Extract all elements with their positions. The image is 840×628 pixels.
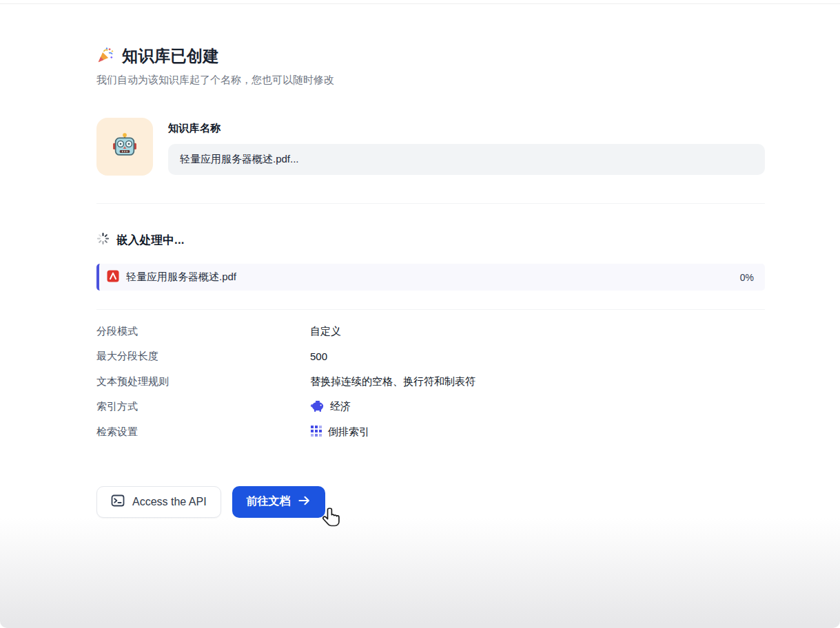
setting-row-retrieval-setting: 检索设置 (96, 419, 765, 445)
access-api-button[interactable]: Access the API (96, 486, 221, 518)
section-divider (96, 203, 765, 204)
party-popper-icon (96, 46, 114, 67)
arrow-right-icon (298, 494, 311, 510)
setting-value: 经济 (310, 399, 351, 415)
setting-row-index-method: 索引方式 经济 (96, 395, 765, 420)
kb-name-input[interactable] (168, 144, 765, 175)
pdf-file-icon (107, 270, 119, 285)
setting-row-segment-mode: 分段模式 自定义 (96, 319, 765, 344)
setting-row-max-length: 最大分段长度 500 (96, 344, 765, 370)
settings-summary: 分段模式 自定义 最大分段长度 500 文本预处理规则 替换掉连续的空格、换行符… (96, 319, 765, 445)
setting-value-text: 经济 (330, 400, 351, 413)
setting-label: 最大分段长度 (96, 350, 310, 363)
go-to-docs-button[interactable]: 前往文档 (232, 486, 325, 518)
grid-index-icon (310, 425, 322, 439)
setting-label: 索引方式 (96, 400, 310, 413)
kb-avatar[interactable] (96, 118, 153, 176)
setting-value-text: 倒排索引 (328, 426, 369, 439)
section-divider (96, 309, 765, 310)
terminal-icon (111, 494, 125, 510)
setting-value: 自定义 (310, 325, 341, 338)
page-subtitle: 我们自动为该知识库起了个名称，您也可以随时修改 (96, 74, 765, 87)
name-column: 知识库名称 (168, 118, 765, 176)
top-divider (0, 3, 840, 4)
kb-created-panel: 知识库已创建 我们自动为该知识库起了个名称，您也可以随时修改 (96, 45, 765, 518)
file-progress-percent: 0% (740, 272, 754, 283)
embedding-status-text: 嵌入处理中... (116, 233, 185, 248)
setting-value: 500 (310, 350, 327, 362)
setting-label: 分段模式 (96, 325, 310, 338)
setting-label: 文本预处理规则 (96, 375, 310, 388)
robot-avatar-icon (111, 132, 139, 162)
name-section: 知识库名称 (96, 118, 765, 176)
setting-value: 替换掉连续的空格、换行符和制表符 (310, 375, 475, 388)
embedding-file-row[interactable]: 轻量应用服务器概述.pdf 0% (96, 264, 765, 291)
setting-value: 倒排索引 (310, 425, 369, 439)
setting-label: 检索设置 (96, 426, 310, 439)
spinner-icon (96, 232, 110, 248)
embedding-status-heading: 嵌入处理中... (96, 232, 765, 248)
go-to-docs-label: 前往文档 (247, 494, 291, 509)
kb-name-label: 知识库名称 (168, 122, 765, 135)
piggy-bank-icon (310, 399, 325, 415)
page-title-row: 知识库已创建 (96, 45, 765, 67)
setting-row-preprocess-rules: 文本预处理规则 替换掉连续的空格、换行符和制表符 (96, 369, 765, 395)
access-api-label: Access the API (132, 496, 207, 508)
file-name: 轻量应用服务器概述.pdf (126, 271, 236, 284)
page-title: 知识库已创建 (122, 45, 219, 67)
action-buttons: Access the API 前往文档 (96, 486, 765, 518)
bottom-gradient (0, 518, 840, 628)
